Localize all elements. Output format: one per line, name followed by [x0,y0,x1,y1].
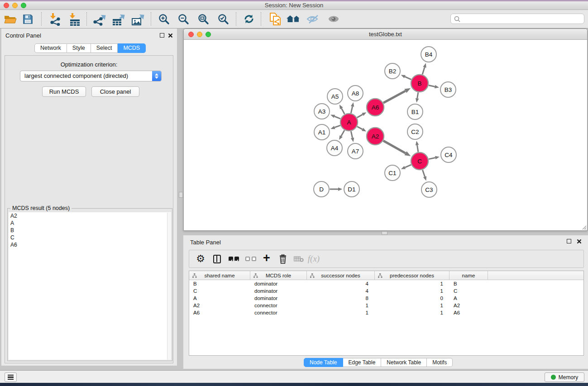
edge-A-A6[interactable] [357,112,367,118]
graph-node-D[interactable]: D [314,181,329,197]
edge-C-C3[interactable] [422,170,426,181]
graph-node-C1[interactable]: C1 [385,165,400,181]
table-cell[interactable]: A6 [189,309,250,316]
task-history-list-icon[interactable] [5,372,17,382]
edge-A-A2[interactable] [357,127,366,132]
table-cell[interactable]: C [449,287,488,295]
edge-A6-B[interactable] [383,88,411,103]
table-cell[interactable]: dominator [250,295,307,302]
mcds-result-item[interactable]: A6 [9,241,171,248]
zoom-in-icon[interactable] [156,11,172,27]
graph-node-C3[interactable]: C3 [421,182,437,197]
edge-B-B3[interactable] [429,85,439,88]
graph-node-A3[interactable]: A3 [314,104,330,119]
edge-D-D1[interactable] [330,187,343,191]
table-row[interactable]: A2connector11A2 [189,302,583,309]
table-cell[interactable]: 1 [307,302,375,309]
table-cell[interactable]: 4 [307,280,375,287]
tab-mcds[interactable]: MCDS [118,43,146,53]
close-traffic-light[interactable] [188,32,194,37]
table-cell[interactable]: B [449,280,488,287]
show-network-eye-icon[interactable] [325,11,342,27]
graph-node-B1[interactable]: B1 [407,104,423,119]
graph-node-B3[interactable]: B3 [440,82,456,97]
tab-network-table[interactable]: Network Table [381,358,427,367]
graph-node-A[interactable]: A [340,114,358,131]
run-mcds-button[interactable]: Run MCDS [42,86,86,97]
open-session-icon[interactable] [2,11,19,27]
home-icon[interactable] [285,11,301,27]
table-cell[interactable]: A [449,295,488,302]
graph-node-D1[interactable]: D1 [344,181,359,197]
table-cell[interactable]: 4 [307,287,375,295]
zoom-selected-icon[interactable] [215,11,231,27]
edge-A-A7[interactable] [351,131,354,142]
edge-C-C4[interactable] [429,156,440,159]
graph-node-A4[interactable]: A4 [327,140,342,156]
delete-table-icon[interactable] [292,250,305,267]
table-cell[interactable]: 8 [307,295,375,302]
close-traffic-light[interactable] [4,3,9,8]
edge-A-A1[interactable] [330,125,340,129]
table-cell[interactable]: 0 [375,295,449,302]
graph-node-A1[interactable]: A1 [314,124,330,140]
mcds-result-item[interactable]: A [9,219,171,227]
tab-edge-table[interactable]: Edge Table [343,358,382,367]
import-table-icon[interactable] [66,11,82,27]
edge-A-A4[interactable] [339,130,344,140]
select-all-columns-icon[interactable] [227,250,240,267]
tab-motifs[interactable]: Motifs [427,358,453,367]
table-cell[interactable]: 1 [307,309,375,316]
show-columns-icon[interactable] [211,250,223,267]
float-panel-icon[interactable] [160,33,164,38]
resize-grip-icon[interactable] [581,224,587,230]
tab-node-table[interactable]: Node Table [304,358,343,367]
save-session-icon[interactable] [19,11,36,27]
table-cell[interactable]: B [189,280,250,287]
network-from-file-icon[interactable] [267,11,283,27]
column-header-successor-nodes[interactable]: successor nodes [307,271,375,280]
graph-node-C2[interactable]: C2 [407,124,423,139]
minimize-traffic-light[interactable] [12,3,18,8]
graph-node-A6[interactable]: A6 [367,99,384,116]
mcds-result-item[interactable]: A2 [9,212,171,219]
graph-node-A2[interactable]: A2 [367,128,384,145]
edge-A-A3[interactable] [330,115,340,119]
maximize-traffic-light[interactable] [21,3,26,8]
column-header-predecessor-nodes[interactable]: predecessor nodes [375,271,449,280]
edge-B-B4[interactable] [422,63,426,75]
network-graph[interactable]: AA1A2A3A4A5A6A7A8BB1B2B3B4CC1C2C3C4DD1 [184,40,587,230]
search-input[interactable] [463,14,582,23]
table-row[interactable]: A6connector11A6 [189,309,583,316]
edge-B-B1[interactable] [416,92,419,103]
maximize-traffic-light[interactable] [206,32,211,37]
table-row[interactable]: Cdominator41C [189,287,583,295]
edge-A-A5[interactable] [339,105,344,114]
edge-A2-C[interactable] [383,141,411,156]
horizontal-split-handle[interactable] [382,231,387,235]
table-cell[interactable]: A2 [449,302,488,309]
zoom-fit-icon[interactable] [195,11,211,27]
graph-node-A7[interactable]: A7 [348,143,363,159]
memory-button[interactable]: Memory [545,372,584,382]
vertical-split-handle[interactable] [179,192,183,198]
close-panel-button[interactable]: Close panel [91,86,139,97]
tab-style[interactable]: Style [67,43,91,53]
refresh-icon[interactable] [241,11,257,27]
graph-node-A5[interactable]: A5 [327,89,343,104]
table-cell[interactable]: connector [250,309,307,316]
table-cell[interactable]: A [189,295,250,302]
table-cell[interactable]: 1 [375,302,449,309]
table-settings-gear-icon[interactable]: ⚙ [195,250,206,267]
table-row[interactable]: Adominator80A [189,295,583,302]
table-cell[interactable]: dominator [250,280,307,287]
tab-select[interactable]: Select [91,43,118,53]
table-cell[interactable]: 1 [375,309,449,316]
table-cell[interactable]: 1 [375,287,449,295]
import-network-icon[interactable] [47,11,63,27]
minimize-traffic-light[interactable] [197,32,202,37]
criterion-dropdown[interactable]: largest connected component (directed) [20,71,162,81]
table-cell[interactable]: 1 [375,280,449,287]
export-table-icon[interactable] [110,11,126,27]
mcds-result-item[interactable]: C [9,234,171,241]
